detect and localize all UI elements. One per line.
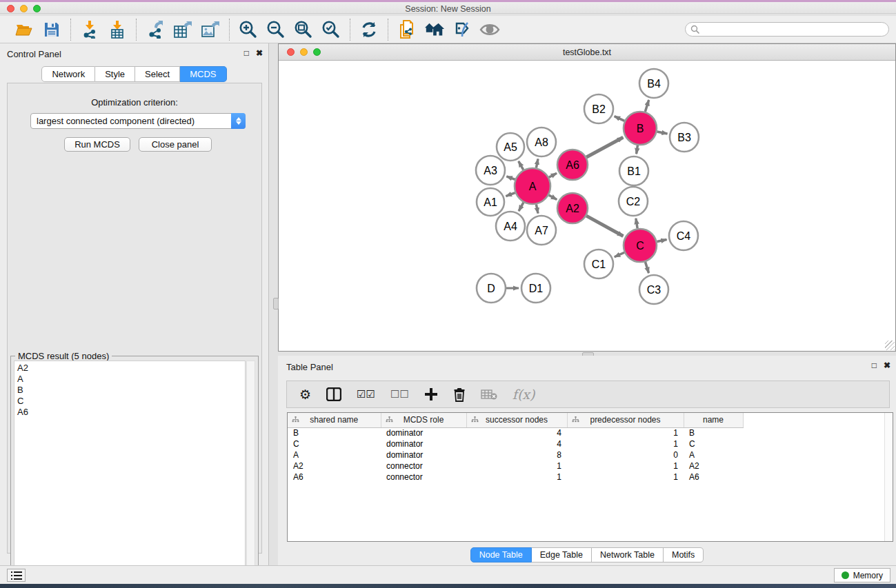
zoom-in-icon[interactable] <box>238 19 259 40</box>
table-cell[interactable]: 1 <box>466 460 567 472</box>
criterion-select[interactable]: largest connected component (directed) <box>30 113 246 129</box>
delete-table-icon[interactable] <box>481 384 497 405</box>
graph-node-A1[interactable]: A1 <box>477 188 504 216</box>
table-cell[interactable]: connector <box>381 460 466 472</box>
graph-node-A8[interactable]: A8 <box>527 128 556 156</box>
graph-edge-C-C2[interactable] <box>636 219 637 229</box>
function-icon[interactable]: f(x) <box>512 384 535 405</box>
table-cell[interactable]: A2 <box>288 460 381 472</box>
hide-labels-icon[interactable] <box>452 19 472 40</box>
graph-node-C3[interactable]: C3 <box>639 275 668 304</box>
column-header-MCDS-role[interactable]: MCDS role <box>381 413 466 427</box>
tab-select[interactable]: Select <box>135 66 180 82</box>
tab-node-table[interactable]: Node Table <box>470 547 532 562</box>
zoom-selected-icon[interactable] <box>321 19 341 40</box>
table-cell[interactable]: 1 <box>567 472 684 483</box>
table-cell[interactable]: dominator <box>381 449 466 460</box>
checked-boxes-icon[interactable]: ☑☑ <box>357 384 375 405</box>
table-cell[interactable]: 1 <box>567 460 684 472</box>
graph-node-B[interactable]: B <box>624 112 657 145</box>
mcds-result-item[interactable]: C <box>17 396 242 407</box>
graph-node-B3[interactable]: B3 <box>670 123 699 152</box>
close-table-panel-icon[interactable]: ✖ <box>884 361 890 370</box>
import-table-icon[interactable] <box>107 19 128 40</box>
graph-node-C4[interactable]: C4 <box>669 221 698 250</box>
node-table[interactable]: shared nameMCDS rolesuccessor nodesprede… <box>288 413 744 483</box>
mcds-result-item[interactable]: B <box>17 385 242 396</box>
tab-network-table[interactable]: Network Table <box>592 547 664 562</box>
export-image-icon[interactable] <box>200 19 221 40</box>
table-scrollbar[interactable] <box>884 413 893 541</box>
task-history-button[interactable] <box>7 569 26 582</box>
table-cell[interactable]: A2 <box>684 460 743 472</box>
graph-edge-A6-B[interactable] <box>586 137 623 157</box>
tab-network[interactable]: Network <box>41 66 95 82</box>
graph-edge-A-A6[interactable] <box>549 173 557 177</box>
split-column-icon[interactable] <box>326 384 341 405</box>
graph-edge-B-B1[interactable] <box>637 145 638 154</box>
table-row[interactable]: Bdominator41B <box>288 427 743 438</box>
table-cell[interactable]: A <box>684 449 743 460</box>
export-table-icon[interactable] <box>172 19 193 40</box>
search-input[interactable] <box>685 22 889 37</box>
trash-icon[interactable] <box>453 384 466 405</box>
table-row[interactable]: A2connector11A2 <box>288 460 743 472</box>
close-panel-button[interactable]: Close panel <box>139 137 212 152</box>
table-cell[interactable]: 1 <box>567 427 684 438</box>
import-network-icon[interactable] <box>79 19 100 40</box>
graph-node-A4[interactable]: A4 <box>496 212 525 241</box>
graph-node-D1[interactable]: D1 <box>521 274 550 303</box>
close-panel-icon[interactable]: ✖ <box>256 48 263 58</box>
graph-edge-A-A1[interactable] <box>506 193 515 196</box>
float-table-panel-icon[interactable]: □ <box>872 361 877 370</box>
column-header-name[interactable]: name <box>684 413 743 427</box>
graph-node-B1[interactable]: B1 <box>619 156 648 185</box>
run-mcds-button[interactable]: Run MCDS <box>64 137 130 152</box>
network-canvas[interactable]: B4B2BB3B1A5A8A6A3AA1A4A7A2C2CC4C1C3DD1 <box>279 61 895 351</box>
mcds-result-item[interactable]: A2 <box>17 363 242 374</box>
table-cell[interactable]: C <box>684 438 743 449</box>
tab-motifs[interactable]: Motifs <box>664 547 704 562</box>
graph-edge-A-A5[interactable] <box>519 161 524 170</box>
graph-edge-B-B4[interactable] <box>645 100 648 112</box>
network-window-titlebar[interactable]: testGlobe.txt <box>279 44 895 61</box>
open-folder-icon[interactable] <box>14 19 34 40</box>
graph-node-C[interactable]: C <box>624 229 657 262</box>
unchecked-boxes-icon[interactable]: ☐☐ <box>390 384 409 405</box>
column-header-shared-name[interactable]: shared name <box>288 413 381 427</box>
graph-edge-A-A2[interactable] <box>549 195 557 199</box>
table-cell[interactable]: A <box>288 449 381 460</box>
graph-edge-A-A4[interactable] <box>519 203 524 211</box>
graph-edge-C-C4[interactable] <box>657 239 666 241</box>
graph-edge-B-B3[interactable] <box>657 132 667 134</box>
table-cell[interactable]: 4 <box>466 427 567 438</box>
table-cell[interactable]: B <box>684 427 743 438</box>
graph-node-C1[interactable]: C1 <box>584 250 613 278</box>
zoom-out-icon[interactable] <box>266 19 286 40</box>
graph-node-D[interactable]: D <box>477 274 506 303</box>
copy-network-icon[interactable] <box>397 19 417 40</box>
graph-edge-C-C3[interactable] <box>645 262 648 273</box>
export-network-icon[interactable] <box>145 19 166 40</box>
tab-edge-table[interactable]: Edge Table <box>532 547 592 562</box>
mcds-result-item[interactable]: A <box>17 374 242 385</box>
graph-edge-A-A8[interactable] <box>536 159 538 168</box>
table-cell[interactable]: B <box>288 427 381 438</box>
save-icon[interactable] <box>41 19 62 40</box>
graph-node-A2[interactable]: A2 <box>557 193 588 223</box>
graph-edge-B-B2[interactable] <box>615 116 625 121</box>
zoom-fit-icon[interactable] <box>293 19 314 40</box>
graph-node-C2[interactable]: C2 <box>619 187 648 216</box>
column-header-successor-nodes[interactable]: successor nodes <box>466 413 567 427</box>
graph-node-B4[interactable]: B4 <box>639 69 668 98</box>
graph-edge-A-A3[interactable] <box>506 176 515 180</box>
graph-node-A3[interactable]: A3 <box>476 156 505 185</box>
graph-edge-C-C1[interactable] <box>615 252 624 256</box>
add-icon[interactable] <box>424 384 438 405</box>
table-cell[interactable]: A6 <box>288 472 381 483</box>
graph-node-A7[interactable]: A7 <box>527 216 556 245</box>
table-row[interactable]: A6connector11A6 <box>288 472 743 483</box>
gear-icon[interactable]: ⚙ <box>299 384 311 405</box>
mcds-result-list[interactable]: A2ABCA6 <box>14 361 246 587</box>
refresh-icon[interactable] <box>359 19 379 40</box>
